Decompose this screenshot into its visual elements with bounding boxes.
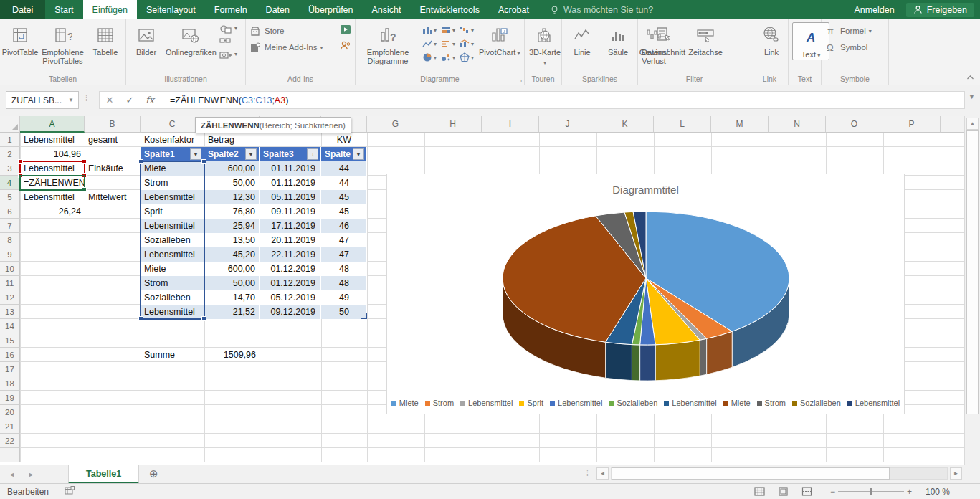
table-resize-handle[interactable] (361, 313, 367, 319)
bubble-chart-button[interactable]: ▾ (439, 51, 457, 64)
legend-item[interactable]: Miete (391, 399, 419, 407)
row-header-14[interactable]: 14 (0, 319, 20, 333)
column-header-I[interactable]: I (482, 116, 539, 133)
zoom-slider-thumb[interactable] (870, 488, 872, 495)
column-header-O[interactable]: O (826, 116, 883, 133)
cell-B5[interactable]: Mittelwert (85, 190, 141, 204)
tab-formeln[interactable]: Formeln (205, 0, 257, 19)
cell-D9[interactable]: 45,20 (204, 247, 260, 262)
legend-item[interactable]: Sozialleben (609, 399, 657, 407)
cell-C10[interactable]: Miete (141, 262, 204, 276)
column-header-M[interactable]: M (711, 116, 769, 133)
hierarchy-chart-button[interactable]: ▾ (439, 24, 457, 37)
bilder-button[interactable]: Bilder (128, 21, 164, 57)
cell-C13[interactable]: Lebensmittel (141, 305, 204, 319)
linie-button[interactable]: Linie (564, 21, 600, 57)
row-header-23[interactable] (0, 448, 20, 462)
expand-formula-bar-icon[interactable]: ▼ (969, 93, 975, 100)
table-header-spalte3[interactable]: Spalte3↓ (260, 147, 321, 161)
column-header-H[interactable]: H (424, 116, 482, 133)
sign-in-link[interactable]: Anmelden (854, 5, 894, 15)
empfohlene-diagramme-button[interactable]: ?Empfohlene Diagramme (358, 21, 418, 66)
vertical-scroll-thumb[interactable] (966, 130, 979, 414)
row-header-7[interactable]: 7 (0, 219, 20, 233)
legend-item[interactable]: Strom (425, 399, 454, 407)
symbol-button[interactable]: ΩSymbol (825, 42, 872, 53)
column-header-K[interactable]: K (596, 116, 654, 133)
cell-C8[interactable]: Sozialleben (141, 233, 204, 247)
macro-record-icon[interactable] (65, 486, 75, 498)
column-header-A[interactable]: A (20, 116, 85, 133)
cell-F3[interactable]: 44 (321, 161, 367, 176)
cell-F10[interactable]: 48 (321, 262, 367, 276)
cell-C11[interactable]: Strom (141, 276, 204, 290)
tab-entwicklertools[interactable]: Entwicklertools (411, 0, 489, 19)
cancel-button[interactable]: ✕ (100, 95, 120, 105)
cell-D13[interactable]: 21,52 (204, 305, 260, 319)
cell-E11[interactable]: 01.12.2019 (260, 276, 321, 290)
column-header-G[interactable]: G (367, 116, 424, 133)
zoom-slider[interactable] (838, 491, 904, 492)
row-header-20[interactable]: 20 (0, 405, 20, 419)
cell-F1[interactable]: KW (321, 133, 367, 147)
horizontal-scroll-thumb[interactable] (612, 467, 890, 480)
smartart-button[interactable] (219, 36, 237, 47)
bar-chart-button[interactable]: ▾ (439, 37, 457, 50)
row-header-12[interactable]: 12 (0, 290, 20, 305)
zoom-in-icon[interactable]: + (907, 487, 912, 497)
onlinegrafiken-button[interactable]: Onlinegrafiken (164, 21, 218, 57)
cell-C12[interactable]: Sozialleben (141, 290, 204, 305)
screenshot-button[interactable]: ▾ (219, 49, 237, 60)
tabelle-button[interactable]: Tabelle (87, 21, 123, 57)
people-addin-button[interactable] (340, 40, 351, 50)
säule-button[interactable]: Säule (600, 21, 636, 57)
pivotchart-button[interactable]: PivotChart ▾ (477, 21, 522, 57)
tab-datei[interactable]: Datei (0, 0, 45, 19)
legend-item[interactable]: Sprit (519, 399, 543, 407)
name-box[interactable]: ZUFALLSB... ▼ (6, 91, 79, 109)
normal-view-icon[interactable] (754, 487, 765, 496)
cell-D11[interactable]: 50,00 (204, 276, 260, 290)
cell-E7[interactable]: 17.11.2019 (260, 219, 321, 233)
row-header-19[interactable]: 19 (0, 391, 20, 405)
column-header-N[interactable]: N (769, 116, 826, 133)
legend-item[interactable]: Lebensmittel (460, 399, 513, 407)
cell-A4-editing[interactable]: =ZÄHLENWENN (20, 176, 85, 190)
column-header-partial[interactable] (941, 116, 964, 133)
vertical-scrollbar[interactable]: ▲ (964, 116, 980, 465)
scroll-up-icon[interactable]: ▲ (966, 118, 979, 130)
column-header-J[interactable]: J (539, 116, 596, 133)
legend-item[interactable]: Miete (723, 399, 751, 407)
cell-F6[interactable]: 45 (321, 204, 367, 219)
datenschnitt-button[interactable]: Datenschnitt (640, 21, 687, 57)
pie-chart[interactable]: Diagrammtitel MieteStromLebensmittelSpri… (386, 174, 905, 414)
filter-dropdown-icon[interactable]: ▼ (245, 148, 257, 160)
legend-item[interactable]: Strom (757, 399, 786, 407)
sheet-tab-tabelle1[interactable]: Tabelle1 (68, 465, 139, 483)
zoom-level[interactable]: 100 % (926, 487, 950, 497)
sort-applied-icon[interactable]: ↓ (307, 148, 318, 160)
page-break-view-icon[interactable] (801, 487, 812, 496)
cell-F5[interactable]: 45 (321, 190, 367, 204)
formula-bar-splitter[interactable]: ⁞ (85, 94, 87, 103)
column-header-P[interactable]: P (883, 116, 941, 133)
row-header-15[interactable]: 15 (0, 333, 20, 348)
store-button[interactable]: Store (249, 25, 323, 37)
cell-E9[interactable]: 22.11.2019 (260, 247, 321, 262)
share-button[interactable]: Freigeben (906, 3, 974, 17)
row-header-4[interactable]: 4 (0, 176, 20, 190)
cell-C6[interactable]: Sprit (141, 204, 204, 219)
3d-karte-button[interactable]: 3D-Karte ▾ (527, 21, 563, 67)
cell-E8[interactable]: 20.11.2019 (260, 233, 321, 247)
tell-me-box[interactable]: Was möchten Sie tun? (550, 0, 653, 19)
table-header-spalte1[interactable]: Spalte1▼ (141, 147, 204, 161)
row-header-9[interactable]: 9 (0, 247, 20, 262)
page-layout-view-icon[interactable] (778, 487, 789, 496)
cell-C5[interactable]: Lebensmittel (141, 190, 204, 204)
cell-E12[interactable]: 05.12.2019 (260, 290, 321, 305)
cell-B3[interactable]: Einkäufe (85, 161, 141, 176)
cell-C7[interactable]: Lebensmittel (141, 219, 204, 233)
table-header-spalte[interactable]: Spalte▼ (321, 147, 367, 161)
sheet-prev-icon[interactable]: ◄ (9, 471, 15, 478)
row-header-22[interactable]: 22 (0, 434, 20, 448)
